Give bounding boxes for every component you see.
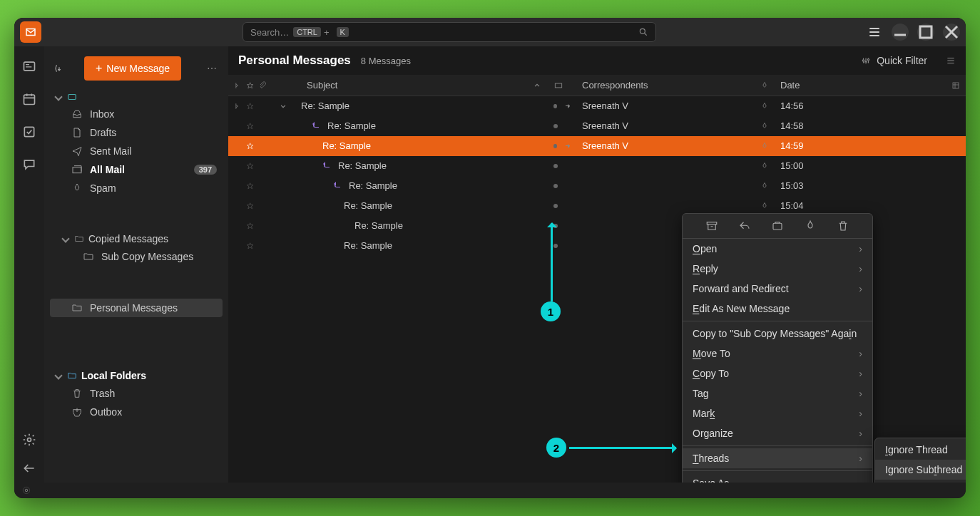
star-icon[interactable] xyxy=(246,141,254,151)
folder-sub-copy[interactable]: Sub Copy Messages xyxy=(50,247,223,266)
new-message-button[interactable]: + New Message xyxy=(84,56,181,81)
mail-tab-icon[interactable] xyxy=(22,59,36,73)
folder-sent[interactable]: Sent Mail xyxy=(50,142,223,160)
svg-point-10 xyxy=(868,59,869,61)
settings-icon[interactable] xyxy=(22,433,36,447)
folder-all-mail[interactable]: All Mail 397 xyxy=(50,160,223,179)
svg-rect-4 xyxy=(24,127,34,136)
titlebar: Search… CTRL + K xyxy=(14,18,966,46)
folder-spam[interactable]: Spam xyxy=(50,179,223,197)
col-junk-indicator[interactable] xyxy=(755,81,775,91)
reply-indicator-icon xyxy=(333,183,340,189)
col-thread-star-attach[interactable] xyxy=(228,81,272,91)
message-subject: Re: Sample xyxy=(327,120,376,131)
global-search[interactable]: Search… CTRL + K xyxy=(243,22,656,42)
ctx-forward[interactable]: Forward and Redirect› xyxy=(683,279,872,299)
annotation-2: 2 xyxy=(546,438,566,458)
chat-tab-icon[interactable] xyxy=(22,158,36,172)
col-picker[interactable] xyxy=(946,81,966,91)
folder-drafts[interactable]: Drafts xyxy=(50,123,223,142)
sub-ignore-subthread[interactable]: Ignore Subthread xyxy=(875,460,966,480)
chevron-down-icon[interactable] xyxy=(278,101,288,111)
star-icon[interactable] xyxy=(246,121,254,131)
ctx-move-to[interactable]: Move To› xyxy=(683,344,872,363)
ctx-tag[interactable]: Tag› xyxy=(683,383,872,403)
sent-icon xyxy=(71,145,83,157)
folder-personal-messages[interactable]: Personal Messages xyxy=(50,299,223,317)
message-subject: Re: Sample xyxy=(344,200,392,211)
ctx-copy-to[interactable]: Copy To› xyxy=(683,363,872,383)
folder-inbox[interactable]: Inbox xyxy=(50,105,223,123)
star-icon[interactable] xyxy=(246,181,254,191)
annotation-1: 1 xyxy=(541,301,561,321)
display-options-icon[interactable] xyxy=(946,56,956,66)
ctx-reply[interactable]: Reply› xyxy=(683,259,872,279)
message-from: Sreenath V xyxy=(582,120,628,131)
folder-label: Spam xyxy=(90,182,116,194)
star-icon[interactable] xyxy=(246,241,254,251)
reply-icon[interactable] xyxy=(738,220,751,232)
account-header[interactable] xyxy=(50,89,223,105)
flame-icon[interactable] xyxy=(804,220,817,232)
flame-icon xyxy=(760,201,769,211)
svg-rect-11 xyxy=(555,83,561,88)
message-time: 15:04 xyxy=(780,200,804,211)
chevron-down-icon xyxy=(54,371,62,379)
junk-icon[interactable] xyxy=(771,220,784,232)
message-row[interactable]: Re: Sample Sreenath V 14:58 xyxy=(228,116,966,136)
ctx-edit[interactable]: Edit As New Message xyxy=(683,299,872,319)
sub-watch-thread[interactable]: Watch Thread xyxy=(875,480,966,483)
get-messages-icon[interactable] xyxy=(54,63,64,73)
star-icon[interactable] xyxy=(246,161,254,171)
archive-icon[interactable] xyxy=(705,220,718,232)
star-icon[interactable] xyxy=(246,101,254,111)
folder-outbox[interactable]: Outbox xyxy=(50,403,223,421)
delete-icon[interactable] xyxy=(837,220,849,232)
mail-icon xyxy=(24,26,37,38)
minimize-button[interactable] xyxy=(892,24,909,41)
sidebar-more-icon[interactable]: ⋯ xyxy=(207,63,218,74)
maximize-button[interactable] xyxy=(917,24,934,41)
message-row[interactable]: Re: Sample Sreenath V 14:59 xyxy=(228,136,966,156)
col-spam-indicator[interactable] xyxy=(548,81,576,91)
ctx-threads[interactable]: Threads› xyxy=(683,448,872,468)
svg-point-15 xyxy=(25,489,28,492)
ctx-organize[interactable]: Organize› xyxy=(683,423,872,443)
calendar-tab-icon[interactable] xyxy=(22,92,36,106)
folder-trash[interactable]: Trash xyxy=(50,384,223,403)
ctx-copy-again[interactable]: Copy to "Sub Copy Messages" Again xyxy=(683,324,872,344)
local-folders-header[interactable]: Local Folders xyxy=(50,367,223,384)
menu-separator xyxy=(683,321,872,321)
columns-header: Subject Correspondents Date xyxy=(228,75,966,96)
quick-filter-toggle[interactable]: Quick Filter xyxy=(861,55,956,66)
flame-icon xyxy=(760,81,769,91)
folder-label: Local Folders xyxy=(81,370,146,381)
message-row[interactable]: Re: Sample Sreenath V 14:56 xyxy=(228,96,966,116)
indicator-icon xyxy=(553,81,563,91)
col-date[interactable]: Date xyxy=(775,80,946,91)
folder-label: Copied Messages xyxy=(88,233,168,244)
read-status-dot xyxy=(553,124,558,128)
collapse-icon[interactable] xyxy=(22,461,36,475)
star-icon[interactable] xyxy=(246,221,254,231)
sync-status-icon[interactable] xyxy=(21,485,31,495)
context-menu: Open› Reply› Forward and Redirect› Edit … xyxy=(682,213,873,483)
tasks-tab-icon[interactable] xyxy=(22,125,36,139)
flame-icon xyxy=(760,141,769,151)
filter-icon xyxy=(861,56,871,66)
folder-copied-messages[interactable]: Copied Messages xyxy=(50,230,223,247)
ctx-mark[interactable]: Mark› xyxy=(683,403,872,423)
col-subject[interactable]: Subject xyxy=(301,80,526,91)
message-row[interactable]: Re: Sample 15:00 xyxy=(228,156,966,176)
sub-ignore-thread[interactable]: Ignore Thread xyxy=(875,440,966,460)
close-button[interactable] xyxy=(943,24,960,41)
col-correspondents[interactable]: Correspondents xyxy=(576,80,755,91)
message-row[interactable]: Re: Sample 15:03 xyxy=(228,176,966,196)
star-icon[interactable] xyxy=(246,201,254,211)
hamburger-menu-icon[interactable] xyxy=(866,24,883,41)
ctx-open[interactable]: Open› xyxy=(683,239,872,259)
window-controls xyxy=(866,24,960,41)
folder-label: Outbox xyxy=(90,406,122,418)
ctx-save-as[interactable]: Save As… xyxy=(683,473,872,483)
sort-indicator[interactable] xyxy=(526,81,548,91)
